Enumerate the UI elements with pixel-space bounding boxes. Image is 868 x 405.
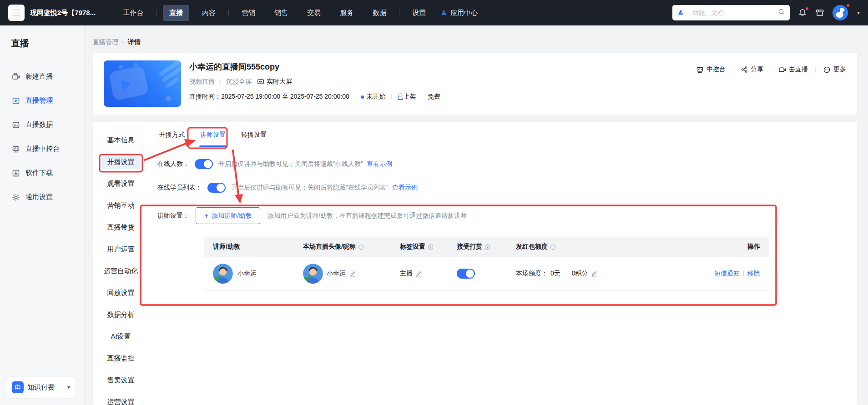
store-entry[interactable] (815, 8, 824, 17)
settings-nav-replay[interactable]: 回放设置 (93, 282, 149, 304)
settings-nav-basic[interactable]: 基本信息 (93, 129, 149, 151)
realtime-screen-tag[interactable]: 实时大屏 (257, 78, 292, 86)
settings-nav-user-ops[interactable]: 用户运营 (93, 238, 149, 260)
live-type-tag: 视频直播 (189, 78, 215, 86)
nav-item-content[interactable]: 内容 (196, 5, 222, 21)
settings-nav-sell[interactable]: 售卖设置 (93, 369, 149, 391)
online-list-example-link[interactable]: 查看示例 (392, 184, 418, 192)
online-count-desc: 开启后仅讲师与助教可见；关闭后将隐藏"在线人数" (218, 160, 363, 168)
header-actions: 中控台 分享 去直播 更多 (696, 65, 846, 74)
online-count-label: 在线人数： (157, 160, 189, 168)
more-button[interactable]: 更多 (823, 65, 846, 74)
status-dot (361, 95, 364, 99)
avatar-badge (846, 4, 850, 7)
settings-nav-watch[interactable]: 观看设置 (93, 173, 149, 195)
share-button[interactable]: 分享 (741, 65, 763, 74)
console-icon (12, 145, 20, 153)
top-nav: 现网蓝悦2号【7978... 工作台 直播 内容 营销 销售 交易 服务 数据 … (0, 0, 868, 25)
live-meta: 直播时间：2025-07-25 19:00:00 至 2025-07-25 20… (189, 93, 440, 101)
edit-tag-icon[interactable] (415, 270, 422, 277)
price-tag: 免费 (428, 93, 440, 101)
nav-divider (156, 10, 156, 16)
nav-item-service[interactable]: 服务 (333, 5, 360, 21)
online-list-row: 在线学员列表： 开启后仅讲师与助教可见；关闭后将隐藏"在线学员列表" 查看示例 (157, 183, 846, 193)
nav-item-app-center[interactable]: 应用中心 (439, 5, 479, 21)
info-icon[interactable] (484, 244, 490, 250)
edit-quota-icon[interactable] (591, 270, 597, 277)
nav-item-marketing[interactable]: 营销 (235, 5, 262, 21)
online-count-row: 在线人数： 开启后仅讲师与助教可见；关闭后将隐藏"在线人数" 查看示例 (157, 159, 846, 169)
nav-item-workbench[interactable]: 工作台 (116, 5, 150, 21)
live-tags: 视频直播 沉浸全屏 实时大屏 (189, 78, 440, 86)
sidebar-item-live-console[interactable]: 直播中控台 (0, 137, 84, 161)
lecturer-tag: 主播 (400, 270, 413, 278)
live-header-card: 小幸运的直播间555copy 视频直播 沉浸全屏 实时大屏 直播时间：2025-… (93, 53, 857, 115)
workspace-logo[interactable] (8, 5, 25, 21)
online-count-example-link[interactable]: 查看示例 (367, 160, 392, 168)
knowledge-pay-switcher[interactable]: 知识付费 ▾ (6, 377, 76, 398)
settings-nav-ops[interactable]: 运营设置 (93, 391, 149, 405)
lecturer-setting-label: 讲师设置： (157, 212, 189, 220)
sidebar-item-software-download[interactable]: 软件下载 (0, 161, 84, 185)
quota-points: 0积分 (572, 270, 588, 278)
lecturer-table: 讲师/助教 本场直播头像/昵称 标签设置 接受打赏 (204, 237, 769, 290)
console-button[interactable]: 中控台 (696, 65, 726, 74)
settings-nav-automation[interactable]: 运营自动化 (93, 260, 149, 282)
info-icon[interactable] (358, 244, 364, 250)
search-input[interactable] (692, 9, 774, 16)
live-title: 小幸运的直播间555copy (189, 61, 440, 72)
sidebar-item-live-manage[interactable]: 直播管理 (0, 89, 84, 113)
nav-item-settings[interactable]: 设置 (406, 5, 432, 21)
info-icon[interactable] (550, 244, 556, 250)
tab-relay-settings[interactable]: 转播设置 (239, 131, 268, 147)
tab-lecturer-settings[interactable]: 讲师设置 (198, 131, 227, 147)
edit-nickname-icon[interactable] (349, 270, 356, 277)
global-search[interactable] (672, 5, 790, 20)
search-logo-icon (677, 8, 685, 18)
settings-nav-broadcast[interactable]: 开播设置 (93, 151, 149, 173)
tab-broadcast-mode[interactable]: 开播方式 (157, 131, 187, 147)
table-header: 讲师/助教 本场直播头像/昵称 标签设置 接受打赏 (204, 237, 769, 257)
settings-nav-marketing[interactable]: 营销互动 (93, 195, 149, 216)
live-mode-tag: 沉浸全屏 (226, 78, 252, 86)
book-icon (12, 381, 24, 393)
info-icon[interactable] (428, 244, 434, 250)
page: 现网蓝悦2号【7978... 工作台 直播 内容 营销 销售 交易 服务 数据 … (0, 0, 868, 405)
settings-nav-analysis[interactable]: 数据分析 (93, 304, 149, 325)
add-lecturer-button[interactable]: + 添加讲师/助教 (196, 207, 260, 224)
table-row: 小幸运 小幸运 (204, 257, 769, 290)
go-live-button[interactable]: 去直播 (778, 65, 808, 74)
settings-nav-ai[interactable]: AI设置 (93, 325, 149, 347)
nav-item-data[interactable]: 数据 (366, 5, 393, 21)
remove-link[interactable]: 移除 (747, 270, 760, 278)
plus-icon: + (204, 212, 208, 220)
online-list-label: 在线学员列表： (157, 184, 202, 192)
sidebar-item-general-settings[interactable]: 通用设置 (0, 185, 84, 209)
store-icon (815, 8, 824, 17)
sidebar-item-new-live[interactable]: 新建直播 (0, 65, 84, 89)
live-time: 直播时间：2025-07-25 19:00:00 至 2025-07-25 20… (189, 93, 349, 101)
main-area: 直播管理 › 详情 小幸运的直播间555copy 视频直播 沉浸全屏 实时大屏 (85, 25, 868, 405)
sidebar-item-live-data[interactable]: 直播数据 (0, 113, 84, 137)
nav-divider (399, 10, 399, 16)
settings-nav-monitor[interactable]: 直播监控 (93, 347, 149, 369)
settings-nav-goods[interactable]: 直播带货 (93, 216, 149, 238)
nav-item-sales[interactable]: 销售 (268, 5, 294, 21)
online-list-toggle[interactable] (207, 183, 226, 193)
reward-toggle[interactable] (457, 269, 475, 279)
notification-bell[interactable] (798, 8, 807, 17)
settings-content: 开播方式 讲师设置 转播设置 在线人数： 开启后仅讲师与助教可见；关闭后将隐藏"… (149, 122, 857, 405)
search-icon[interactable] (778, 8, 785, 17)
more-icon (823, 66, 831, 74)
nav-item-live[interactable]: 直播 (163, 5, 189, 21)
breadcrumb-parent[interactable]: 直播管理 (93, 38, 118, 46)
online-count-toggle[interactable] (195, 159, 213, 169)
user-avatar[interactable] (833, 5, 848, 20)
app-center-icon (440, 9, 448, 17)
sms-notify-link[interactable]: 短信通知 (714, 270, 740, 278)
account-name[interactable]: 现网蓝悦2号【7978... (30, 9, 96, 17)
download-icon (12, 169, 20, 177)
settings-card: 基本信息 开播设置 观看设置 营销互动 直播带货 用户运营 运营自动化 回放设置… (93, 122, 857, 405)
nav-item-trade[interactable]: 交易 (301, 5, 327, 21)
chevron-down-icon[interactable]: ▾ (857, 10, 860, 16)
